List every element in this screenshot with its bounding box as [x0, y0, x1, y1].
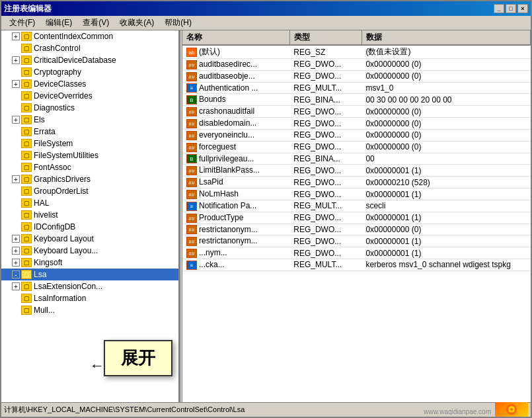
tree-item-deviceoverrides[interactable]: ▢ DeviceOverrides	[1, 90, 178, 102]
tree-item-keyboardlayout[interactable]: + ▢ Keyboard Layout	[1, 233, 178, 245]
table-row[interactable]: ##LsaPid REG_DWO... 0x00000210 (528)	[182, 177, 531, 188]
tree-item-graphicsdrivers[interactable]: + ▢ GraphicsDrivers	[1, 173, 178, 185]
value-name: ##...nym...	[182, 247, 289, 259]
table-row[interactable]: ≡Authentication ... REG_MULT... msv1_0	[182, 82, 531, 94]
value-name: ##everyoneinclu...	[182, 129, 289, 141]
tree-item-kingsoft[interactable]: + ▢ Kingsoft	[1, 257, 178, 269]
value-type: REG_DWO...	[289, 141, 361, 153]
table-row[interactable]: ≡...cka... REG_MULT... kerberos msv1_0 s…	[182, 259, 531, 271]
table-row[interactable]: ##...nym... REG_DWO... 0x00000001 (1)	[182, 247, 531, 259]
folder-icon: ▢	[21, 44, 32, 53]
tree-item-grouporderlist[interactable]: ▢ GroupOrderList	[1, 185, 178, 197]
value-data: 0x00000210 (528)	[361, 177, 530, 188]
col-data: 数据	[361, 30, 530, 45]
svg-point-2	[510, 408, 513, 411]
table-row[interactable]: ##auditbasedirec... REG_DWO... 0x0000000…	[182, 59, 531, 71]
tree-item-contentindexcommon[interactable]: + ▢ ContentIndexCommon	[1, 30, 178, 42]
tree-item-idconfigdb[interactable]: ▢ IDConfigDB	[1, 221, 178, 233]
tree-item-errata[interactable]: ▢ Errata	[1, 126, 178, 138]
tree-item-cryptography[interactable]: ▢ Cryptography	[1, 66, 178, 78]
tree-item-filesystem[interactable]: ▢ FileSystem	[1, 138, 178, 149]
folder-icon: ▢	[21, 270, 32, 279]
tree-item-mull[interactable]: ▢ Mull...	[1, 304, 178, 316]
tree-item-filesystemutilities[interactable]: ▢ FileSystemUtilities	[1, 149, 178, 161]
minimize-button[interactable]: _	[494, 4, 504, 13]
tree-item-deviceclasses[interactable]: + ▢ DeviceClasses	[1, 78, 178, 90]
table-row[interactable]: ##LimitBlankPass... REG_DWO... 0x0000000…	[182, 165, 531, 177]
tree-item-label: FontAssoc	[34, 163, 71, 172]
value-type: REG_DWO...	[289, 118, 361, 130]
tree-item-label: GroupOrderList	[34, 187, 89, 196]
folder-icon: ▢	[21, 282, 32, 291]
tree-item-keyboardlayout2[interactable]: + ▢ Keyboard Layou...	[1, 245, 178, 257]
reg-dword-icon: ##	[186, 60, 197, 69]
value-type: REG_SZ	[289, 45, 361, 59]
value-data: scecli	[361, 200, 530, 212]
value-name: ##restrictanonym...	[182, 224, 289, 235]
table-row[interactable]: ##disabledomain... REG_DWO... 0x00000000…	[182, 118, 531, 130]
tree-item-diagnostics[interactable]: ▢ Diagnostics	[1, 102, 178, 114]
tree-item-label: FileSystemUtilities	[34, 151, 98, 160]
value-data: 0x00000000 (0)	[361, 70, 530, 82]
menu-edit[interactable]: 编辑(E)	[40, 16, 77, 30]
watermark-text: www.waqidianpae.com	[424, 408, 491, 415]
table-row[interactable]: ##crashonauditfail REG_DWO... 0x00000000…	[182, 106, 531, 118]
expand-icon[interactable]: +	[12, 116, 20, 124]
table-row[interactable]: ##forceguest REG_DWO... 0x00000000 (0)	[182, 141, 531, 153]
tree-item-crashcontrol[interactable]: ▢ CrashControl	[1, 42, 178, 54]
reg-multi-icon: ≡	[186, 83, 197, 93]
value-data: 0x00000000 (0)	[361, 118, 530, 130]
value-name: ##LimitBlankPass...	[182, 165, 289, 177]
value-name: ##auditbasedirec...	[182, 59, 289, 71]
expand-icon[interactable]: +	[12, 32, 20, 40]
value-data: msv1_0	[361, 82, 530, 94]
expand-icon[interactable]: -	[12, 271, 20, 278]
expand-icon[interactable]: +	[12, 56, 20, 64]
value-name: Bfullprivilegeau...	[182, 153, 289, 165]
table-row[interactable]: ##ProductType REG_DWO... 0x00000001 (1)	[182, 212, 531, 224]
value-data: 0x00000000 (0)	[361, 106, 530, 118]
menu-file[interactable]: 文件(F)	[4, 16, 40, 30]
expand-icon[interactable]: +	[12, 235, 20, 243]
tree-item-els[interactable]: + ▢ Els	[1, 114, 178, 126]
folder-icon: ▢	[21, 127, 32, 136]
expand-icon[interactable]: +	[12, 259, 20, 267]
close-button[interactable]: ×	[517, 4, 528, 13]
folder-icon: ▢	[21, 32, 32, 41]
reg-dword-icon: ##	[186, 166, 197, 175]
maximize-button[interactable]: □	[506, 4, 516, 13]
tree-item-criticaldevicedatabase[interactable]: + ▢ CriticalDeviceDatabase	[1, 54, 178, 66]
tree-item-hal[interactable]: ▢ HAL	[1, 197, 178, 209]
values-pane: 名称 类型 数据 ab(默认) REG_SZ (数值未设置) ##auditba…	[182, 30, 531, 402]
value-type: REG_DWO...	[289, 224, 361, 235]
folder-icon: ▢	[21, 139, 32, 148]
reg-dword-icon: ##	[186, 237, 197, 246]
table-row[interactable]: ##restrictanonym... REG_DWO... 0x0000000…	[182, 224, 531, 235]
expand-icon[interactable]: +	[12, 282, 20, 290]
menu-view[interactable]: 查看(V)	[77, 16, 114, 30]
value-name: ##ProductType	[182, 212, 289, 224]
table-row[interactable]: ab(默认) REG_SZ (数值未设置)	[182, 45, 531, 59]
tree-item-fontassoc[interactable]: ▢ FontAssoc	[1, 161, 178, 173]
tree-item-hivelist[interactable]: ▢ hivelist	[1, 209, 178, 221]
expand-icon[interactable]: +	[12, 175, 20, 183]
table-row[interactable]: ##everyoneinclu... REG_DWO... 0x00000000…	[182, 129, 531, 141]
table-row[interactable]: ##auditbaseobje... REG_DWO... 0x00000000…	[182, 70, 531, 82]
expand-icon[interactable]: +	[12, 80, 20, 88]
reg-binary-icon: B	[186, 154, 197, 163]
table-row[interactable]: ##restrictanonym... REG_DWO... 0x0000000…	[182, 235, 531, 247]
reg-multi-icon: ≡	[186, 261, 197, 270]
tree-item-lsa[interactable]: - ▢ Lsa	[1, 269, 178, 280]
table-row[interactable]: BBounds REG_BINA... 00 30 00 00 00 20 00…	[182, 94, 531, 106]
tree-item-label: Cryptography	[34, 67, 81, 77]
tree-item-lsaextensioncon[interactable]: + ▢ LsaExtensionCon...	[1, 280, 178, 292]
table-row[interactable]: Bfullprivilegeau... REG_BINA... 00	[182, 153, 531, 165]
menu-help[interactable]: 帮助(H)	[159, 16, 197, 30]
table-row[interactable]: ##NoLmHash REG_DWO... 0x00000001 (1)	[182, 188, 531, 200]
menu-favorites[interactable]: 收藏夹(A)	[114, 16, 159, 30]
expand-icon[interactable]: +	[12, 247, 20, 255]
title-bar-buttons: _ □ ×	[494, 4, 528, 13]
table-row[interactable]: ≡Notification Pa... REG_MULT... scecli	[182, 200, 531, 212]
value-name: ##forceguest	[182, 141, 289, 153]
tree-item-lsainformation[interactable]: ▢ LsaInformation	[1, 292, 178, 304]
